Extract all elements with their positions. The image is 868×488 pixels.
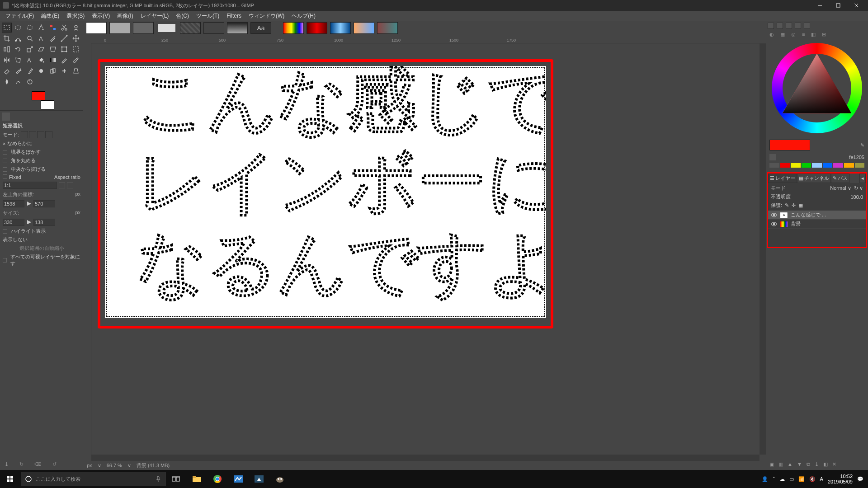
opacity-value[interactable]: 100.0 xyxy=(850,194,863,200)
thumb-brush-3[interactable] xyxy=(156,22,177,34)
tool-color-picker[interactable] xyxy=(48,33,58,43)
thumb-pattern-2[interactable] xyxy=(203,22,224,34)
recent-color-swatch[interactable] xyxy=(823,163,833,168)
thumb-image[interactable] xyxy=(86,22,107,34)
recent-color-swatch[interactable] xyxy=(855,163,865,168)
menu-image[interactable]: 画像(I) xyxy=(113,12,137,20)
paths-tab[interactable]: ✎パス xyxy=(831,174,849,183)
tool-flip[interactable] xyxy=(2,55,12,65)
tool-perspective[interactable] xyxy=(48,44,58,54)
maximize-button[interactable] xyxy=(829,0,847,11)
layer-new-icon[interactable]: ▣ xyxy=(769,461,774,467)
color-mode-icon[interactable]: ≡ xyxy=(802,32,805,38)
start-button[interactable] xyxy=(0,470,20,488)
dock-reset-icon[interactable]: ↺ xyxy=(52,461,57,467)
tool-mypaint[interactable] xyxy=(36,66,46,76)
dock-tab-5[interactable] xyxy=(804,23,810,29)
scrollbar-vertical[interactable] xyxy=(760,43,766,455)
menu-edit[interactable]: 編集(E) xyxy=(38,12,63,20)
tool-fuzzy-select[interactable] xyxy=(36,23,46,33)
dock-delete-icon[interactable]: ⌫ xyxy=(34,461,42,467)
feather-checkbox[interactable] xyxy=(3,150,7,155)
color-mode-icon[interactable]: ▦ xyxy=(780,32,785,38)
tool-airbrush[interactable] xyxy=(13,66,23,76)
status-unit[interactable]: px xyxy=(87,463,92,468)
ratio-swap-icon[interactable] xyxy=(59,182,65,188)
layers-menu-icon[interactable]: ◂ xyxy=(859,174,866,183)
tool-crop[interactable] xyxy=(2,33,12,43)
color-mode-icon[interactable]: ◧ xyxy=(811,32,816,38)
tool-paths[interactable] xyxy=(13,33,23,43)
layer-name[interactable]: こんな感じで ... xyxy=(791,211,826,218)
tool-gradient[interactable] xyxy=(48,55,58,65)
taskbar-search[interactable]: ここに入力して検索 xyxy=(21,472,165,486)
tray-people-icon[interactable]: 👤 xyxy=(762,476,768,482)
bg-color[interactable] xyxy=(41,100,54,109)
lock-pixels-icon[interactable]: ✎ xyxy=(785,202,789,208)
antialias-option[interactable]: なめらかに xyxy=(7,140,32,147)
menu-window[interactable]: ウィンドウ(W) xyxy=(245,12,288,20)
tool-bucket-fill[interactable] xyxy=(36,55,46,65)
fg-bg-swatch[interactable] xyxy=(32,91,54,109)
current-color-swatch[interactable] xyxy=(769,140,810,150)
layer-duplicate-icon[interactable]: ⧉ xyxy=(807,461,810,467)
w-input[interactable] xyxy=(3,219,24,226)
mic-icon[interactable] xyxy=(155,476,161,482)
tool-scale[interactable] xyxy=(25,44,35,54)
eyedropper-icon[interactable]: ✎ xyxy=(860,142,864,148)
tool-move[interactable] xyxy=(71,33,81,43)
blend-mode-select[interactable]: Normal xyxy=(830,185,846,191)
tray-chevron-icon[interactable]: ˄ xyxy=(773,476,775,482)
thumb-gradient-1[interactable] xyxy=(283,22,304,34)
x-input[interactable] xyxy=(3,200,24,207)
fixed-value[interactable]: Aspect ratio xyxy=(54,174,80,180)
tool-rect-select[interactable] xyxy=(2,23,12,33)
tool-smudge[interactable] xyxy=(13,77,23,87)
tool-eraser[interactable] xyxy=(2,66,12,76)
round-checkbox[interactable] xyxy=(3,159,7,163)
gimp-taskbar-icon[interactable] xyxy=(269,470,290,488)
thumb-gradient-4[interactable] xyxy=(354,22,374,34)
tool-warp[interactable]: A xyxy=(25,55,35,65)
app-taskbar-icon-2[interactable] xyxy=(249,470,269,488)
autoshrink-button[interactable]: 選択範囲の自動縮小 xyxy=(19,245,64,252)
tool-align[interactable] xyxy=(2,44,12,54)
tool-scissors[interactable] xyxy=(59,23,69,33)
thumb-pattern-1[interactable] xyxy=(180,22,201,34)
mode-subtract-icon[interactable] xyxy=(37,131,44,138)
menu-select[interactable]: 選択(S) xyxy=(63,12,88,20)
minimize-button[interactable] xyxy=(811,0,829,11)
layer-row[interactable]: A こんな感じで ... xyxy=(768,211,866,220)
color-wheel[interactable] xyxy=(766,38,868,138)
tool-shear[interactable] xyxy=(36,44,46,54)
color-mode-icon[interactable]: ◎ xyxy=(791,32,796,38)
tool-rotate[interactable] xyxy=(13,44,23,54)
tray-ime-icon[interactable]: A xyxy=(820,476,823,482)
tool-blur[interactable] xyxy=(2,77,12,87)
fg-color[interactable] xyxy=(32,91,45,100)
dock-tab-3[interactable] xyxy=(786,23,792,29)
recent-color-swatch[interactable] xyxy=(812,163,822,168)
menu-help[interactable]: ヘルプ(H) xyxy=(288,12,319,20)
tool-perspective-clone[interactable] xyxy=(71,66,81,76)
tool-zoom[interactable] xyxy=(25,33,35,43)
thumb-gradient-2[interactable] xyxy=(307,22,327,34)
thumb-font[interactable]: Aa xyxy=(250,22,271,34)
app-taskbar-icon-1[interactable] xyxy=(228,470,249,488)
menu-color[interactable]: 色(C) xyxy=(172,12,193,20)
menu-layer[interactable]: レイヤー(L) xyxy=(137,12,173,20)
fixed-checkbox[interactable] xyxy=(3,174,7,179)
tool-measure[interactable] xyxy=(59,33,69,43)
tool-free-select[interactable] xyxy=(25,23,35,33)
mode-add-icon[interactable] xyxy=(29,131,36,138)
chrome-taskbar-icon[interactable] xyxy=(207,470,228,488)
task-view-button[interactable] xyxy=(165,470,186,488)
color-hex[interactable]: fe1205 xyxy=(849,155,864,160)
scrollbar-horizontal[interactable] xyxy=(91,455,760,461)
tool-text[interactable]: A xyxy=(36,33,46,43)
expand-checkbox[interactable] xyxy=(3,167,7,172)
layer-row[interactable]: 背景 xyxy=(768,220,866,229)
tool-options-tab[interactable] xyxy=(2,113,10,121)
channels-tab[interactable]: ▦チャンネル xyxy=(797,174,831,183)
menu-view[interactable]: 表示(V) xyxy=(88,12,113,20)
